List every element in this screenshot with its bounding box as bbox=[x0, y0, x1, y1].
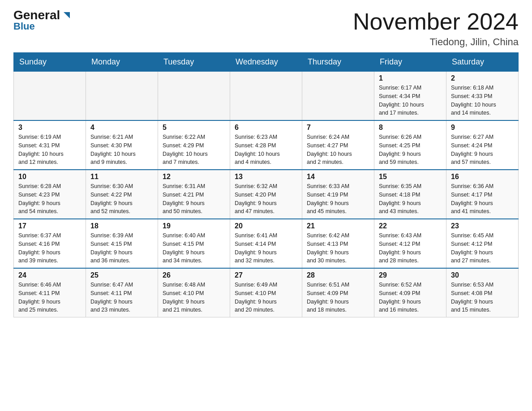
day-number: 11 bbox=[90, 173, 153, 181]
day-info: Sunrise: 6:21 AMSunset: 4:30 PMDaylight:… bbox=[90, 133, 153, 167]
calendar-week-row: 1Sunrise: 6:17 AMSunset: 4:34 PMDaylight… bbox=[14, 72, 519, 121]
calendar-cell: 27Sunrise: 6:49 AMSunset: 4:10 PMDayligh… bbox=[230, 268, 302, 317]
weekday-header-sunday: Sunday bbox=[14, 53, 86, 72]
day-number: 29 bbox=[379, 271, 442, 279]
logo-general-text: General bbox=[13, 9, 60, 21]
day-number: 1 bbox=[379, 74, 442, 82]
day-info: Sunrise: 6:48 AMSunset: 4:10 PMDaylight:… bbox=[163, 281, 225, 314]
day-number: 16 bbox=[451, 173, 514, 181]
calendar-cell: 8Sunrise: 6:26 AMSunset: 4:25 PMDaylight… bbox=[374, 120, 446, 170]
calendar-cell bbox=[302, 72, 374, 121]
weekday-header-saturday: Saturday bbox=[446, 53, 519, 72]
day-number: 5 bbox=[163, 124, 225, 132]
day-info: Sunrise: 6:30 AMSunset: 4:22 PMDaylight:… bbox=[90, 182, 153, 216]
weekday-header-monday: Monday bbox=[86, 53, 158, 72]
title-section: November 2024 Tiedong, Jilin, China bbox=[353, 9, 519, 48]
weekday-header-thursday: Thursday bbox=[302, 53, 374, 72]
calendar-cell: 21Sunrise: 6:42 AMSunset: 4:13 PMDayligh… bbox=[302, 219, 374, 268]
day-number: 30 bbox=[451, 271, 514, 279]
logo-blue-text: Blue bbox=[13, 21, 35, 32]
day-info: Sunrise: 6:51 AMSunset: 4:09 PMDaylight:… bbox=[307, 281, 369, 314]
calendar-cell: 15Sunrise: 6:35 AMSunset: 4:18 PMDayligh… bbox=[374, 170, 446, 219]
day-number: 14 bbox=[307, 173, 369, 181]
day-number: 2 bbox=[451, 74, 514, 82]
day-number: 26 bbox=[163, 271, 225, 279]
calendar-cell: 7Sunrise: 6:24 AMSunset: 4:27 PMDaylight… bbox=[302, 120, 374, 170]
svg-marker-0 bbox=[64, 12, 70, 18]
day-number: 7 bbox=[307, 124, 369, 132]
calendar-cell bbox=[86, 72, 158, 121]
day-number: 28 bbox=[307, 271, 369, 279]
day-info: Sunrise: 6:18 AMSunset: 4:33 PMDaylight:… bbox=[451, 84, 514, 117]
day-info: Sunrise: 6:43 AMSunset: 4:12 PMDaylight:… bbox=[379, 231, 442, 265]
day-info: Sunrise: 6:36 AMSunset: 4:17 PMDaylight:… bbox=[451, 182, 514, 216]
day-number: 8 bbox=[379, 124, 442, 132]
calendar-cell bbox=[158, 72, 230, 121]
day-info: Sunrise: 6:40 AMSunset: 4:15 PMDaylight:… bbox=[163, 231, 225, 265]
day-number: 6 bbox=[235, 124, 297, 132]
day-info: Sunrise: 6:22 AMSunset: 4:29 PMDaylight:… bbox=[163, 133, 225, 167]
day-info: Sunrise: 6:32 AMSunset: 4:20 PMDaylight:… bbox=[235, 182, 297, 216]
calendar-cell: 12Sunrise: 6:31 AMSunset: 4:21 PMDayligh… bbox=[158, 170, 230, 219]
calendar-cell: 23Sunrise: 6:45 AMSunset: 4:12 PMDayligh… bbox=[446, 219, 519, 268]
day-number: 17 bbox=[18, 222, 81, 230]
day-info: Sunrise: 6:39 AMSunset: 4:15 PMDaylight:… bbox=[90, 231, 153, 265]
calendar-cell: 6Sunrise: 6:23 AMSunset: 4:28 PMDaylight… bbox=[230, 120, 302, 170]
calendar-cell: 2Sunrise: 6:18 AMSunset: 4:33 PMDaylight… bbox=[446, 72, 519, 121]
day-number: 9 bbox=[451, 124, 514, 132]
calendar-cell: 5Sunrise: 6:22 AMSunset: 4:29 PMDaylight… bbox=[158, 120, 230, 170]
day-number: 15 bbox=[379, 173, 442, 181]
page-header: General Blue November 2024 Tiedong, Jili… bbox=[13, 9, 519, 48]
day-info: Sunrise: 6:35 AMSunset: 4:18 PMDaylight:… bbox=[379, 182, 442, 216]
calendar-week-row: 17Sunrise: 6:37 AMSunset: 4:16 PMDayligh… bbox=[14, 219, 519, 268]
day-info: Sunrise: 6:37 AMSunset: 4:16 PMDaylight:… bbox=[18, 231, 81, 265]
calendar-cell: 14Sunrise: 6:33 AMSunset: 4:19 PMDayligh… bbox=[302, 170, 374, 219]
day-number: 18 bbox=[90, 222, 153, 230]
day-info: Sunrise: 6:42 AMSunset: 4:13 PMDaylight:… bbox=[307, 231, 369, 265]
day-number: 4 bbox=[90, 124, 153, 132]
day-number: 13 bbox=[235, 173, 297, 181]
calendar-cell: 19Sunrise: 6:40 AMSunset: 4:15 PMDayligh… bbox=[158, 219, 230, 268]
calendar-cell: 10Sunrise: 6:28 AMSunset: 4:23 PMDayligh… bbox=[14, 170, 86, 219]
day-info: Sunrise: 6:19 AMSunset: 4:31 PMDaylight:… bbox=[18, 133, 81, 167]
calendar-cell: 25Sunrise: 6:47 AMSunset: 4:11 PMDayligh… bbox=[86, 268, 158, 317]
day-info: Sunrise: 6:31 AMSunset: 4:21 PMDaylight:… bbox=[163, 182, 225, 216]
calendar-cell: 1Sunrise: 6:17 AMSunset: 4:34 PMDaylight… bbox=[374, 72, 446, 121]
calendar-cell: 28Sunrise: 6:51 AMSunset: 4:09 PMDayligh… bbox=[302, 268, 374, 317]
day-number: 22 bbox=[379, 222, 442, 230]
day-info: Sunrise: 6:24 AMSunset: 4:27 PMDaylight:… bbox=[307, 133, 369, 167]
calendar-cell: 26Sunrise: 6:48 AMSunset: 4:10 PMDayligh… bbox=[158, 268, 230, 317]
day-info: Sunrise: 6:26 AMSunset: 4:25 PMDaylight:… bbox=[379, 133, 442, 167]
logo: General Blue bbox=[13, 9, 72, 32]
calendar-cell: 22Sunrise: 6:43 AMSunset: 4:12 PMDayligh… bbox=[374, 219, 446, 268]
calendar-cell: 17Sunrise: 6:37 AMSunset: 4:16 PMDayligh… bbox=[14, 219, 86, 268]
calendar-cell: 4Sunrise: 6:21 AMSunset: 4:30 PMDaylight… bbox=[86, 120, 158, 170]
calendar-table: SundayMondayTuesdayWednesdayThursdayFrid… bbox=[13, 52, 519, 317]
location: Tiedong, Jilin, China bbox=[353, 36, 519, 48]
day-number: 10 bbox=[18, 173, 81, 181]
day-number: 27 bbox=[235, 271, 297, 279]
calendar-cell: 18Sunrise: 6:39 AMSunset: 4:15 PMDayligh… bbox=[86, 219, 158, 268]
calendar-cell bbox=[14, 72, 86, 121]
day-info: Sunrise: 6:17 AMSunset: 4:34 PMDaylight:… bbox=[379, 84, 442, 117]
weekday-header-wednesday: Wednesday bbox=[230, 53, 302, 72]
weekday-header-tuesday: Tuesday bbox=[158, 53, 230, 72]
day-info: Sunrise: 6:52 AMSunset: 4:09 PMDaylight:… bbox=[379, 281, 442, 314]
day-info: Sunrise: 6:41 AMSunset: 4:14 PMDaylight:… bbox=[235, 231, 297, 265]
calendar-cell: 24Sunrise: 6:46 AMSunset: 4:11 PMDayligh… bbox=[14, 268, 86, 317]
weekday-header-row: SundayMondayTuesdayWednesdayThursdayFrid… bbox=[14, 53, 519, 72]
weekday-header-friday: Friday bbox=[374, 53, 446, 72]
calendar-cell: 30Sunrise: 6:53 AMSunset: 4:08 PMDayligh… bbox=[446, 268, 519, 317]
calendar-cell bbox=[230, 72, 302, 121]
calendar-cell: 9Sunrise: 6:27 AMSunset: 4:24 PMDaylight… bbox=[446, 120, 519, 170]
calendar-cell: 20Sunrise: 6:41 AMSunset: 4:14 PMDayligh… bbox=[230, 219, 302, 268]
day-info: Sunrise: 6:23 AMSunset: 4:28 PMDaylight:… bbox=[235, 133, 297, 167]
day-info: Sunrise: 6:27 AMSunset: 4:24 PMDaylight:… bbox=[451, 133, 514, 167]
calendar-cell: 11Sunrise: 6:30 AMSunset: 4:22 PMDayligh… bbox=[86, 170, 158, 219]
calendar-cell: 3Sunrise: 6:19 AMSunset: 4:31 PMDaylight… bbox=[14, 120, 86, 170]
day-info: Sunrise: 6:33 AMSunset: 4:19 PMDaylight:… bbox=[307, 182, 369, 216]
calendar-week-row: 3Sunrise: 6:19 AMSunset: 4:31 PMDaylight… bbox=[14, 120, 519, 170]
day-info: Sunrise: 6:49 AMSunset: 4:10 PMDaylight:… bbox=[235, 281, 297, 314]
day-number: 20 bbox=[235, 222, 297, 230]
day-number: 24 bbox=[18, 271, 81, 279]
